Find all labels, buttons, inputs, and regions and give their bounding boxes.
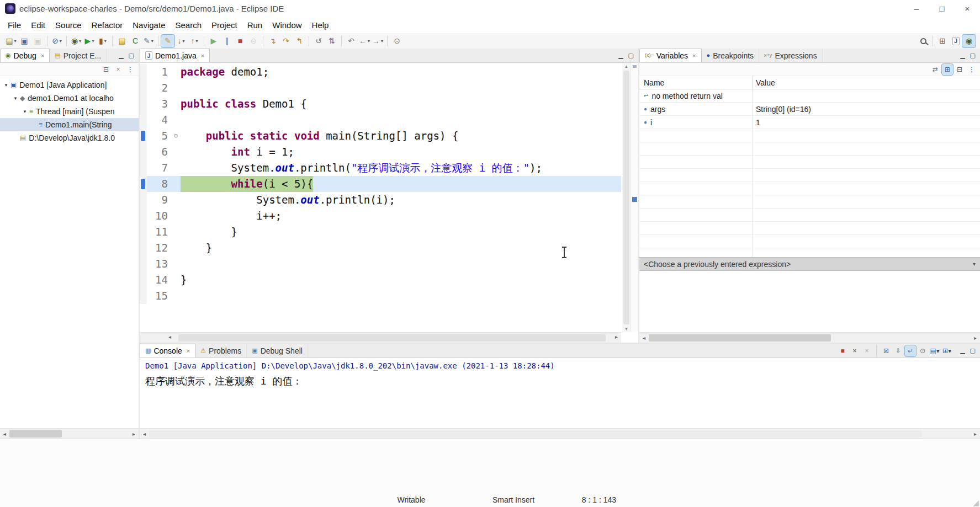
remove-launch-icon[interactable]: × xyxy=(849,345,860,356)
scroll-right-icon[interactable]: ▸ xyxy=(615,334,618,340)
scroll-right-icon[interactable]: ▸ xyxy=(971,335,980,341)
view-menu-icon[interactable]: ⋮ xyxy=(125,64,136,75)
menu-window[interactable]: Window xyxy=(267,18,306,33)
minimize-view-icon[interactable]: ▁ xyxy=(618,52,623,59)
expression-combo[interactable]: <Choose a previously entered expression>… xyxy=(639,257,980,271)
tree-item[interactable]: ≡Demo1.main(String xyxy=(0,118,139,131)
maximize-view-icon[interactable]: ▢ xyxy=(970,347,976,354)
open-perspective-icon[interactable]: ⊞ xyxy=(936,35,949,47)
variable-row[interactable]: ↩no method return val xyxy=(639,89,980,103)
menu-edit[interactable]: Edit xyxy=(26,18,50,33)
menu-run[interactable]: Run xyxy=(242,18,268,33)
clear-console-icon[interactable]: ⊠ xyxy=(881,345,892,356)
tree-item[interactable]: ▾≡Thread [main] (Suspen xyxy=(0,105,139,118)
editor-hscrollbar[interactable]: ◂ ▸ xyxy=(140,332,621,343)
debug-icon[interactable]: ◉▾ xyxy=(70,35,83,47)
code-line[interactable]: 4 xyxy=(140,112,621,128)
code-line[interactable]: 6 int i = 1; xyxy=(140,144,621,160)
tab-debug-shell[interactable]: ▣ Debug Shell xyxy=(247,344,308,357)
last-edit-location-icon[interactable]: ↶ xyxy=(345,35,358,47)
scroll-right-icon[interactable]: ▸ xyxy=(129,431,139,437)
tab-demo1-java[interactable]: J Demo1.java × xyxy=(140,49,210,62)
debug-view-hscrollbar[interactable]: ◂ ▸ xyxy=(0,428,139,439)
tree-item[interactable]: ▤D:\Develop\Java\jdk1.8.0 xyxy=(0,131,139,145)
resume-icon[interactable]: ▶ xyxy=(207,35,220,47)
minimize-view-icon[interactable]: ▁ xyxy=(119,52,123,59)
close-tab-icon[interactable]: × xyxy=(187,348,190,354)
variable-row[interactable]: ●i1 xyxy=(639,116,980,129)
link-with-editor-icon[interactable]: ⊙ xyxy=(390,35,404,47)
scroll-right-icon[interactable]: ▸ xyxy=(971,431,980,437)
menu-refactor[interactable]: Refactor xyxy=(87,18,128,33)
suspend-icon[interactable]: ∥ xyxy=(220,35,234,47)
new-wizard-icon[interactable]: ▤▾ xyxy=(4,35,18,47)
word-wrap-icon[interactable]: ↵ xyxy=(905,345,916,356)
toggle-mark-occurrences-icon[interactable]: ✎ xyxy=(161,35,174,47)
maximize-view-icon[interactable]: ▢ xyxy=(970,52,976,59)
scroll-left-icon[interactable]: ◂ xyxy=(0,431,9,437)
save-icon[interactable]: ▣ xyxy=(18,35,31,47)
step-over-icon[interactable]: ↷ xyxy=(279,35,293,47)
tree-expander-icon[interactable]: ▾ xyxy=(12,95,19,101)
maximize-view-icon[interactable]: ▢ xyxy=(129,52,134,59)
scrollbar-thumb[interactable] xyxy=(623,71,629,324)
console-output[interactable]: Demo1 [Java Application] D:\Develop\Java… xyxy=(140,358,980,428)
scroll-left-icon[interactable]: ◂ xyxy=(168,334,171,340)
close-tab-icon[interactable]: × xyxy=(692,52,696,59)
tab-expressions[interactable]: x+y Expressions xyxy=(759,49,823,62)
forward-icon[interactable]: →▾ xyxy=(371,35,384,47)
previous-annotation-icon[interactable]: ↑▾ xyxy=(188,35,201,47)
scrollbar-thumb[interactable] xyxy=(649,334,831,341)
scrollbar-thumb[interactable] xyxy=(178,334,606,341)
code-line[interactable]: 3public class Demo1 { xyxy=(140,96,621,112)
search-icon[interactable] xyxy=(917,35,930,47)
code-line[interactable]: 13 xyxy=(140,256,621,272)
tab-debug[interactable]: ◉ Debug × xyxy=(0,49,50,62)
scrollbar-thumb[interactable] xyxy=(149,430,922,437)
new-java-project-icon[interactable]: ▤ xyxy=(115,35,129,47)
minimize-view-icon[interactable]: ▁ xyxy=(960,52,965,59)
code-line[interactable]: 7 System.out.println("程序调试演示，注意观察 i 的值："… xyxy=(140,160,621,176)
save-all-icon[interactable]: ▣ xyxy=(31,35,44,47)
scroll-left-icon[interactable]: ◂ xyxy=(639,335,649,341)
next-annotation-icon[interactable]: ↓▾ xyxy=(174,35,188,47)
collapse-all-icon[interactable]: ⊟ xyxy=(100,64,112,75)
code-line[interactable]: 9 System.out.println(i); xyxy=(140,192,621,208)
open-task-icon[interactable]: ✎▾ xyxy=(142,35,155,47)
terminate-icon[interactable]: ■ xyxy=(837,345,848,356)
tree-expander-icon[interactable]: ▾ xyxy=(2,82,10,88)
column-header-value[interactable]: Value xyxy=(753,76,980,89)
back-icon[interactable]: ←▾ xyxy=(358,35,371,47)
show-type-names-icon[interactable]: ⇄ xyxy=(930,64,941,75)
remove-all-terminated-icon[interactable]: × xyxy=(113,64,124,75)
tree-item[interactable]: ▾▣Demo1 [Java Application] xyxy=(0,78,139,92)
maximize-window-button[interactable]: □ xyxy=(929,0,955,17)
fold-collapse-icon[interactable]: ⊖ xyxy=(171,128,181,144)
scroll-lock-icon[interactable]: ⇩ xyxy=(893,345,904,356)
drop-to-frame-icon[interactable]: ↺ xyxy=(312,35,325,47)
debug-perspective-icon[interactable]: ◉ xyxy=(962,35,976,47)
code-line[interactable]: 8 while(i < 5){ xyxy=(140,176,621,192)
display-selected-console-icon[interactable]: ▤▾ xyxy=(929,345,940,356)
scroll-down-icon[interactable]: ▾ xyxy=(622,326,631,332)
scrollbar-thumb[interactable] xyxy=(9,430,62,437)
maximize-view-icon[interactable]: ▢ xyxy=(628,52,634,59)
new-java-class-icon[interactable]: C xyxy=(129,35,142,47)
menu-navigate[interactable]: Navigate xyxy=(128,18,170,33)
code-line[interactable]: 14} xyxy=(140,272,621,288)
variable-row[interactable]: ●argsString[0] (id=16) xyxy=(639,103,980,116)
skip-all-breakpoints-icon[interactable]: ⊘▾ xyxy=(50,35,63,47)
column-header-name[interactable]: Name xyxy=(639,76,753,89)
step-return-icon[interactable]: ↰ xyxy=(293,35,306,47)
java-perspective-icon[interactable]: J xyxy=(949,35,962,47)
step-into-icon[interactable]: ↴ xyxy=(266,35,279,47)
close-window-button[interactable]: × xyxy=(955,0,980,17)
resize-grip[interactable]: ◢ xyxy=(973,498,979,507)
view-menu-icon[interactable]: ⋮ xyxy=(966,64,977,75)
tab-variables[interactable]: (x)= Variables × xyxy=(639,49,702,62)
code-line[interactable]: 15 xyxy=(140,288,621,304)
pin-console-icon[interactable]: ⊙ xyxy=(917,345,928,356)
tree-expander-icon[interactable]: ▾ xyxy=(21,109,29,114)
menu-source[interactable]: Source xyxy=(50,18,87,33)
code-line[interactable]: 5⊖ public static void main(String[] args… xyxy=(140,128,621,144)
